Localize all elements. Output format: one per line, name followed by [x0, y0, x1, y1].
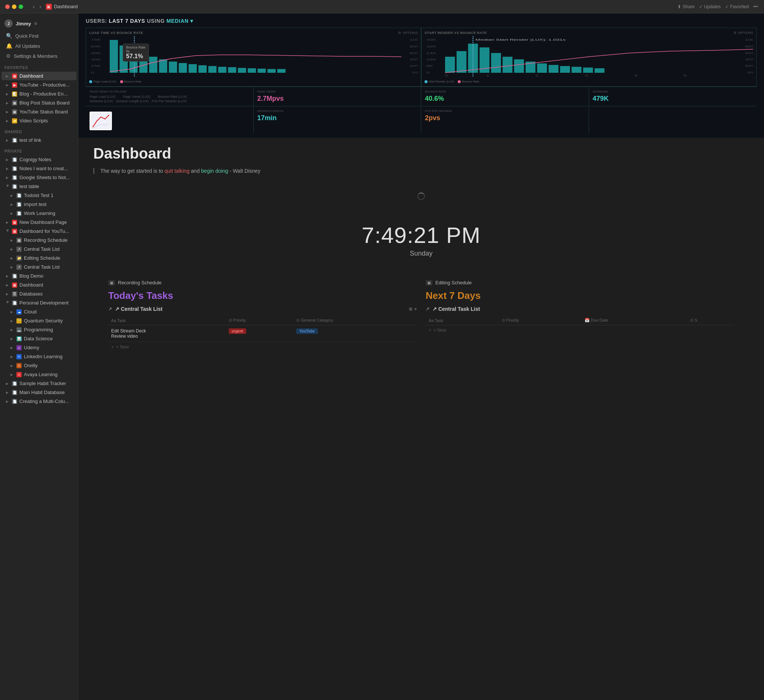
gear-icon-2: ⚙ — [733, 31, 736, 35]
more-options-button[interactable]: ••• — [753, 4, 758, 9]
sidebar-item-test-link[interactable]: ▶ 📄 test of link — [2, 136, 77, 144]
expand-arrow: ▶ — [6, 283, 10, 287]
sidebar-item-new-dashboard[interactable]: ▶ ▦ New Dashboard Page — [2, 218, 77, 227]
sidebar-item-cloud[interactable]: ▶ ☁ Cloud — [2, 307, 77, 316]
sidebar-item-quantum-security[interactable]: ▶ 🔒 Quantum Security — [2, 316, 77, 325]
sidebar-item-creating-multi[interactable]: ▶ 📄 Creating a Multi-Colu... — [2, 397, 77, 406]
quote-after: - Walt Disney — [228, 168, 260, 174]
favorited-button[interactable]: ✓ Favorited — [725, 4, 749, 9]
sidebar-item-central-task-1[interactable]: ▶ ↗ Central Task List — [2, 245, 77, 254]
sidebar-item-recording-label: Recording Schedule — [24, 237, 67, 243]
share-button[interactable]: ⬆ Share — [678, 4, 695, 9]
metric-empty-4 — [589, 106, 757, 133]
svg-text:32K: 32K — [426, 45, 436, 48]
sidebar-item-dashboard[interactable]: ▶ ▦ Dashboard — [2, 72, 77, 80]
sidebar-user[interactable]: J Jimmy ⚙ — [0, 16, 78, 31]
bounce-rate-tooltip: Bounce Rate by 57.1% — [123, 44, 149, 61]
svg-rect-38 — [457, 51, 466, 73]
new-task-row-left[interactable]: + + New — [108, 342, 417, 352]
dash-youtube-icon: ▦ — [12, 229, 17, 234]
sidebar-item-dashboard-2[interactable]: ▶ ▦ Dashboard — [2, 280, 77, 289]
back-button[interactable]: ‹ — [31, 3, 36, 11]
minimize-button[interactable] — [12, 5, 16, 9]
sidebar-item-test-table[interactable]: ▶ 📄 test table — [2, 182, 77, 191]
sidebar-item-youtube-status[interactable]: ▶ ▦ YouTube Status Board — [2, 108, 77, 116]
sidebar-item-import-test-label: import test — [24, 202, 47, 207]
sidebar-item-google-sheets[interactable]: ▶ 📄 Google Sheets to Not... — [2, 173, 77, 182]
sidebar-item-settings[interactable]: ⚙ Settings & Members — [2, 51, 77, 61]
svg-text:100%: 100% — [745, 38, 753, 41]
sidebar-item-todoist-test[interactable]: ▶ 📄 Todoist Test 1 — [2, 191, 77, 200]
maximize-button[interactable] — [19, 5, 23, 9]
sidebar-item-youtube[interactable]: ▶ ▶ YouTube - Productive... — [2, 81, 77, 89]
sidebar-item-video-scripts[interactable]: ▶ 📁 Video Scripts — [2, 116, 77, 125]
metrics-row-2: SESSION LENGTH 17min PVS PER SESSION 2pv… — [86, 106, 756, 133]
metric-session-length-label: Session Length (LUX) — [116, 99, 149, 103]
expand-arrow: ▶ — [6, 292, 10, 296]
priority-col-label: Priority — [233, 318, 246, 323]
sidebar-item-databases[interactable]: ▶ 🗄 Databases — [2, 290, 77, 298]
sidebar-item-notes-create[interactable]: ▶ 📄 Notes I want to creat... — [2, 164, 77, 173]
sidebar-item-central-task-2[interactable]: ▶ ↗ Central Task List — [2, 263, 77, 271]
forward-button[interactable]: › — [38, 3, 42, 11]
svg-rect-17 — [218, 67, 227, 73]
task-cell-category: YouTube — [293, 326, 417, 342]
sidebar-item-data-science[interactable]: ▶ 📊 Data Science — [2, 334, 77, 343]
updates-button[interactable]: ✓ Updates — [699, 4, 721, 9]
sidebar-item-udemy-label: Udemy — [24, 345, 39, 350]
sidebar: J Jimmy ⚙ 🔍 Quick Find 🔔 All Updates ⚙ S… — [0, 0, 78, 700]
svg-rect-6 — [110, 40, 118, 73]
dropdown-arrow-icon[interactable]: ▾ — [415, 307, 417, 312]
sidebar-item-main-habit-db[interactable]: ▶ 📄 Main Habit Database — [2, 388, 77, 397]
nav-arrows: ‹ › — [28, 3, 46, 11]
metric-pvs-value: 2.7Mpvs — [257, 95, 418, 103]
sidebar-item-linkedin-learning[interactable]: ▶ in LinkedIn Learning — [2, 352, 77, 361]
table-view-icon[interactable]: ⊞ — [409, 307, 412, 312]
chart-legend-2: Start Render (LUX) Bounce Rate — [424, 80, 753, 83]
chart-options-1[interactable]: ⚙ OPTIONS — [398, 31, 418, 35]
sidebar-item-blog-demo[interactable]: ▶ 📄 Blog Demo — [2, 272, 77, 280]
sidebar-item-recording-schedule[interactable]: ▶ ▦ Recording Schedule — [2, 236, 77, 244]
sidebar-item-blog-post-status[interactable]: ▶ ▦ Blog Post Status Board — [2, 99, 77, 107]
sidebar-item-editing-schedule[interactable]: ▶ 📁 Editing Schedule — [2, 254, 77, 262]
task-col-header-category: ⊙ General Category — [293, 316, 417, 326]
svg-rect-46 — [549, 65, 559, 73]
close-button[interactable] — [5, 5, 10, 9]
legend-label-start-render: Start Render (LUX) — [429, 80, 454, 83]
task-col-icon-right: Aa — [429, 318, 434, 323]
sidebar-item-dashboard-youtube[interactable]: ▶ ▦ Dashboard for YouTu... — [2, 227, 77, 235]
svg-text:20%: 20% — [410, 64, 418, 67]
sidebar-item-cognigy-notes[interactable]: ▶ 📄 Cognigy Notes — [2, 155, 77, 164]
sidebar-item-personal-dev[interactable]: ▶ 📄 Personal Development — [2, 299, 77, 307]
legend-item-1-page-load: Page Load (LUX) — [89, 80, 116, 83]
sidebar-item-new-dashboard-label: New Dashboard Page — [19, 219, 67, 225]
sidebar-item-udemy[interactable]: ▶ U Udemy — [2, 343, 77, 352]
sidebar-item-avaya-learning[interactable]: ▶ A Avaya Learning — [2, 370, 77, 379]
editing-schedule-link[interactable]: ▦ Editing Schedule — [426, 280, 734, 285]
quick-find-label: Quick Find — [15, 33, 38, 39]
sidebar-item-dashboard-2-label: Dashboard — [19, 282, 43, 288]
sidebar-item-sample-habit[interactable]: ▶ 📄 Sample Habit Tracker — [2, 379, 77, 388]
sidebar-item-import-test[interactable]: ▶ 📄 import test — [2, 200, 77, 208]
table-row[interactable]: Edit Stream DeckReview video urgent YouT… — [108, 326, 417, 342]
sidebar-item-blog[interactable]: ▶ 📝 Blog - Productive En... — [2, 89, 77, 98]
sidebar-item-work-learning[interactable]: ▶ 📄 Work Learning — [2, 209, 77, 218]
sidebar-item-cloud-label: Cloud — [24, 309, 36, 315]
expand-arrow: ▶ — [6, 176, 10, 180]
svg-rect-10 — [149, 57, 157, 73]
sidebar-item-central-task-2-label: Central Task List — [24, 264, 60, 270]
chart-options-2[interactable]: ⚙ OPTIONS — [733, 31, 753, 35]
sidebar-item-oreilly[interactable]: ▶ O Oreilly — [2, 361, 77, 370]
metric-sess-value: 479K — [593, 95, 753, 103]
expand-arrow: ▶ — [6, 83, 10, 87]
sidebar-item-all-updates[interactable]: 🔔 All Updates — [2, 41, 77, 51]
expand-arrow: ▶ — [11, 328, 14, 332]
expand-arrow: ▶ — [11, 256, 14, 260]
new-task-row-right[interactable]: + + New — [426, 326, 734, 335]
databases-icon: 🗄 — [12, 291, 17, 297]
sidebar-item-programming[interactable]: ▶ 💻 Programming — [2, 326, 77, 334]
svg-text:0: 0 — [426, 71, 429, 74]
sidebar-item-quick-find[interactable]: 🔍 Quick Find — [2, 31, 77, 41]
recording-schedule-link[interactable]: ▦ Recording Schedule — [108, 280, 417, 285]
titlebar: ‹ › ▦ Dashboard ⬆ Share ✓ Updates ✓ Favo… — [0, 0, 764, 13]
